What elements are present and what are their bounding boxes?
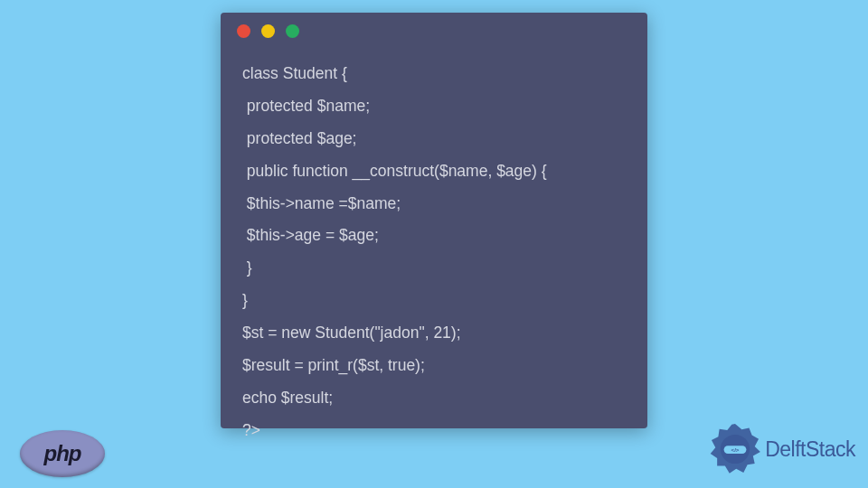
code-line: public function __construct($name, $age)… <box>242 155 626 188</box>
code-window: class Student { protected $name; protect… <box>221 13 647 428</box>
delftstack-brand-text: DelftStack <box>765 437 855 462</box>
code-line: protected $name; <box>242 90 626 123</box>
php-logo: php <box>20 430 105 477</box>
code-line: $this->age = $age; <box>242 220 626 252</box>
code-line: class Student { <box>242 58 626 90</box>
code-line: $this->name =$name; <box>242 188 626 221</box>
svg-text:</>: </> <box>731 446 740 453</box>
code-line: echo $result; <box>242 382 626 415</box>
php-logo-text: php <box>44 441 81 466</box>
close-icon[interactable] <box>237 24 250 38</box>
code-line: $result = print_r($st, true); <box>242 350 626 382</box>
window-titlebar <box>221 13 647 49</box>
code-line: $st = new Student("jadon", 21); <box>242 317 626 350</box>
minimize-icon[interactable] <box>261 24 275 38</box>
code-line: ?> <box>242 415 626 447</box>
code-line: } <box>242 285 626 317</box>
maximize-icon[interactable] <box>286 24 299 38</box>
delftstack-logo-icon: </> <box>707 421 763 477</box>
delftstack-brand: </> DelftStack <box>707 421 855 477</box>
code-line: } <box>242 252 626 285</box>
code-content: class Student { protected $name; protect… <box>221 49 647 465</box>
code-line: protected $age; <box>242 123 626 155</box>
